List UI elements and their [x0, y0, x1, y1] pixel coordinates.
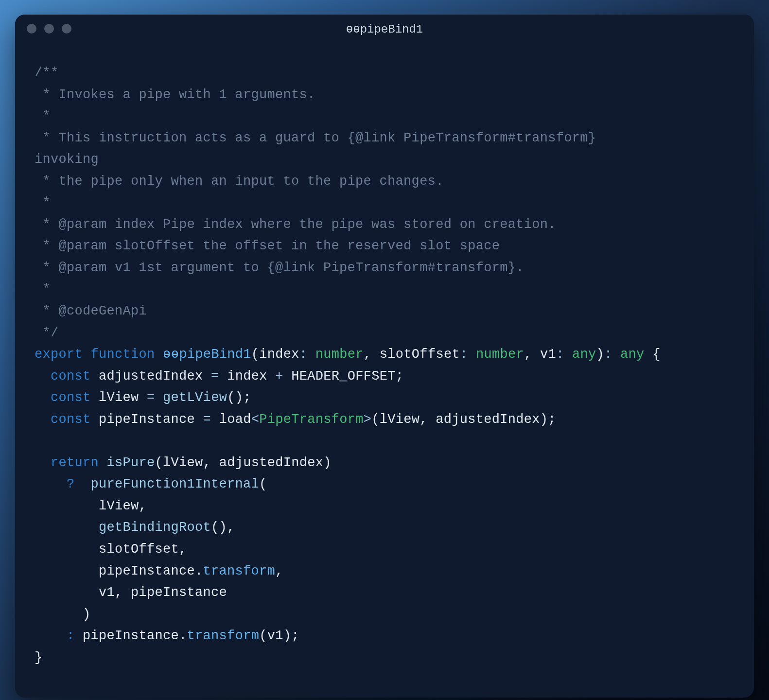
comment-line: * @param v1 1st argument to {@link PipeT…: [35, 261, 524, 275]
param-v1: v1: [540, 347, 556, 362]
comment-line: *: [35, 195, 51, 210]
comment-line: */: [35, 326, 59, 340]
close-icon[interactable]: [27, 24, 36, 34]
keyword-export: export: [35, 347, 83, 362]
var-pipeinstance: pipeInstance: [99, 412, 195, 427]
var-adjustedindex: adjustedIndex: [99, 369, 203, 384]
comment-line: * @param slotOffset the offset in the re…: [35, 239, 500, 253]
prop-transform: transform: [203, 564, 276, 578]
comment-line: invoking: [35, 152, 99, 167]
keyword-function: function: [91, 347, 155, 362]
comment-line: * @codeGenApi: [35, 304, 147, 318]
keyword-const: const: [51, 412, 91, 427]
keyword-return: return: [51, 455, 99, 470]
comment-line: * the pipe only when an input to the pip…: [35, 174, 444, 189]
const-header-offset: HEADER_OFFSET: [291, 369, 396, 384]
comment-line: /**: [35, 66, 59, 80]
call-purefunction1internal: pureFunction1Internal: [91, 477, 260, 491]
window-title: ɵɵpipeBind1: [346, 22, 423, 36]
var-lview: lView: [99, 390, 139, 405]
type-pipetransform: PipeTransform: [259, 412, 364, 427]
call-getbindingroot: getBindingRoot: [99, 520, 211, 535]
param-index: index: [259, 347, 299, 362]
code-window: ɵɵpipeBind1 /** * Invokes a pipe with 1 …: [15, 15, 754, 698]
type-number: number: [476, 347, 524, 362]
traffic-lights: [27, 24, 71, 34]
titlebar: ɵɵpipeBind1: [15, 15, 754, 43]
type-any: any: [572, 347, 596, 362]
minimize-icon[interactable]: [44, 24, 54, 34]
call-ispure: isPure: [107, 455, 155, 470]
type-number: number: [315, 347, 364, 362]
code-editor[interactable]: /** * Invokes a pipe with 1 arguments. *…: [15, 43, 754, 698]
param-slotoffset: slotOffset: [380, 347, 460, 362]
comment-line: * This instruction acts as a guard to {@…: [35, 131, 596, 145]
function-name: ɵɵpipeBind1: [163, 347, 251, 362]
keyword-const: const: [51, 390, 91, 405]
comment-line: * Invokes a pipe with 1 arguments.: [35, 88, 315, 102]
comment-line: *: [35, 109, 51, 123]
prop-transform: transform: [187, 629, 260, 643]
maximize-icon[interactable]: [62, 24, 71, 34]
comment-line: * @param index Pipe index where the pipe…: [35, 217, 556, 232]
comment-line: *: [35, 282, 51, 297]
keyword-const: const: [51, 369, 91, 384]
call-getlview: getLView: [163, 390, 227, 405]
type-any: any: [620, 347, 645, 362]
